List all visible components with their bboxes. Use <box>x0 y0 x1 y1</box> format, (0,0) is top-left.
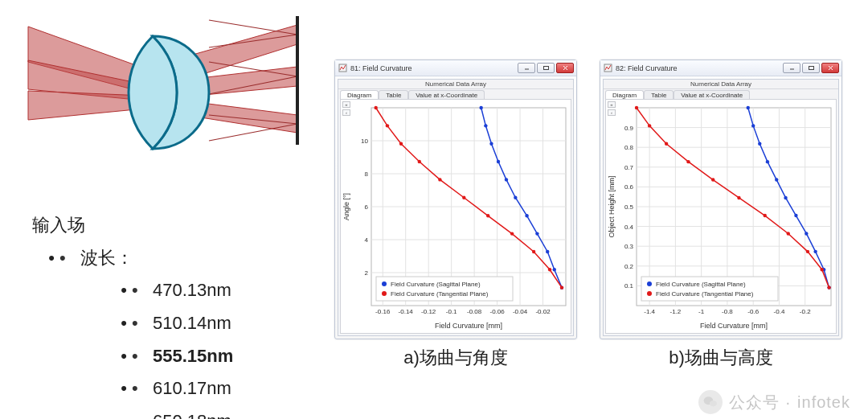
titlebar: 81: Field Curvature <box>335 60 576 76</box>
svg-point-58 <box>462 196 465 199</box>
side-toggle[interactable]: ‹ <box>342 109 350 116</box>
wavelength-item: 510.14nm <box>132 307 321 340</box>
caption-a: a)场曲与角度 <box>403 346 508 370</box>
nda-title: Numerical Data Array <box>338 80 573 89</box>
svg-text:-0.6: -0.6 <box>747 308 759 315</box>
watermark-handle: infotek <box>797 393 850 412</box>
svg-text:-0.04: -0.04 <box>513 308 528 315</box>
svg-text:0.2: 0.2 <box>624 263 634 270</box>
lens-illustration <box>24 12 313 173</box>
tabs: Diagram Table Value at x-Coordinate <box>338 89 573 99</box>
wechat-icon <box>698 390 723 414</box>
svg-point-44 <box>546 250 549 253</box>
svg-point-54 <box>548 268 551 271</box>
chart-window-a: 81: Field Curvature Numerical Data Array… <box>334 60 577 339</box>
tabs: Diagram Table Value at x-Coordinate <box>604 89 838 99</box>
svg-text:-1.4: -1.4 <box>644 308 655 315</box>
svg-point-55 <box>532 250 535 253</box>
svg-point-119 <box>747 106 750 109</box>
svg-point-48 <box>505 178 508 181</box>
side-toggle[interactable]: « <box>608 101 616 108</box>
svg-text:0.8: 0.8 <box>624 144 634 151</box>
svg-line-3 <box>209 20 297 35</box>
svg-point-122 <box>806 250 809 253</box>
svg-point-115 <box>775 178 778 181</box>
window-title: 82: Field Curvature <box>616 64 783 72</box>
svg-text:Field Curvature (Sagittal Plan: Field Curvature (Sagittal Plane) <box>391 281 481 288</box>
svg-text:Field Curvature (Sagittal Plan: Field Curvature (Sagittal Plane) <box>656 281 746 288</box>
svg-point-121 <box>821 268 824 271</box>
svg-text:8: 8 <box>365 170 369 178</box>
chart-plot-b: -1.4-1.2-1-0.8-0.6-0.4-0.20.10.20.30.40.… <box>606 100 839 333</box>
left-panel: 输入场 波长： 470.13nm 510.14nm 555.15nm 610.1… <box>0 8 321 419</box>
wavelength-item: 555.15nm <box>132 340 321 373</box>
svg-point-113 <box>794 214 797 217</box>
svg-point-139 <box>709 401 716 407</box>
watermark: 公众号 · infotek <box>698 390 851 414</box>
app-icon <box>338 64 347 73</box>
svg-text:Object Height [mm]: Object Height [mm] <box>608 175 616 237</box>
svg-text:6: 6 <box>365 203 369 211</box>
svg-point-57 <box>486 214 489 217</box>
svg-point-116 <box>766 160 769 163</box>
app-icon <box>603 64 612 73</box>
window-buttons <box>518 63 574 73</box>
maximize-button[interactable] <box>537 63 555 73</box>
svg-point-129 <box>648 124 651 127</box>
caption-b: b)场曲与高度 <box>669 346 773 370</box>
svg-text:-0.02: -0.02 <box>535 308 551 315</box>
svg-text:-1.2: -1.2 <box>670 308 682 315</box>
chart-panels: 81: Field Curvature Numerical Data Array… <box>334 60 842 370</box>
svg-text:4: 4 <box>365 236 369 244</box>
svg-text:0.3: 0.3 <box>624 243 634 250</box>
svg-point-124 <box>764 214 767 217</box>
outer-frame: Numerical Data Array Diagram Table Value… <box>338 79 574 336</box>
svg-point-60 <box>418 160 421 163</box>
svg-point-134 <box>647 281 652 286</box>
svg-point-117 <box>758 142 761 146</box>
svg-text:Angle [°]: Angle [°] <box>342 193 350 220</box>
svg-point-69 <box>382 291 387 296</box>
svg-text:2: 2 <box>365 269 369 277</box>
svg-text:Field Curvature [mm]: Field Curvature [mm] <box>435 322 502 330</box>
chart-window-b: 82: Field Curvature Numerical Data Array… <box>600 60 842 339</box>
side-toggle[interactable]: ‹ <box>608 109 616 116</box>
input-field-block: 输入场 波长： 470.13nm 510.14nm 555.15nm 610.1… <box>0 209 321 419</box>
watermark-sep: · <box>786 393 792 412</box>
svg-text:10: 10 <box>361 138 368 145</box>
svg-text:Field Curvature (Tangential Pl: Field Curvature (Tangential Plane) <box>656 290 754 298</box>
svg-point-43 <box>553 268 556 271</box>
close-button[interactable] <box>821 63 839 73</box>
svg-text:0.6: 0.6 <box>624 183 634 191</box>
svg-text:0.9: 0.9 <box>624 125 634 132</box>
svg-point-123 <box>787 232 790 235</box>
svg-point-130 <box>635 106 638 109</box>
svg-point-118 <box>751 124 755 127</box>
svg-rect-73 <box>809 67 813 70</box>
svg-point-125 <box>737 196 740 199</box>
svg-point-56 <box>510 232 514 235</box>
svg-text:0.1: 0.1 <box>624 282 634 290</box>
titlebar: 82: Field Curvature <box>600 60 841 76</box>
svg-point-61 <box>399 142 403 145</box>
svg-text:Field Curvature (Tangential Pl: Field Curvature (Tangential Plane) <box>391 290 489 298</box>
minimize-button[interactable] <box>518 63 535 73</box>
close-button[interactable] <box>556 63 574 73</box>
svg-point-67 <box>382 281 387 286</box>
svg-text:-0.08: -0.08 <box>467 308 482 315</box>
chart-plot-a: -0.16-0.14-0.12-0.1-0.08-0.06-0.04-0.022… <box>341 100 574 333</box>
svg-text:0.7: 0.7 <box>624 164 634 171</box>
svg-text:-0.4: -0.4 <box>774 308 785 315</box>
svg-point-45 <box>535 232 538 235</box>
svg-point-120 <box>827 285 830 289</box>
svg-point-47 <box>514 196 517 199</box>
side-toggle[interactable]: « <box>342 101 350 108</box>
input-field-title: 输入场 <box>32 209 321 242</box>
svg-point-127 <box>686 160 690 163</box>
svg-point-53 <box>560 285 563 289</box>
minimize-button[interactable] <box>783 63 800 73</box>
svg-point-126 <box>711 178 714 181</box>
maximize-button[interactable] <box>802 63 820 73</box>
svg-text:-0.16: -0.16 <box>375 308 391 315</box>
window-title: 81: Field Curvature <box>350 64 518 72</box>
